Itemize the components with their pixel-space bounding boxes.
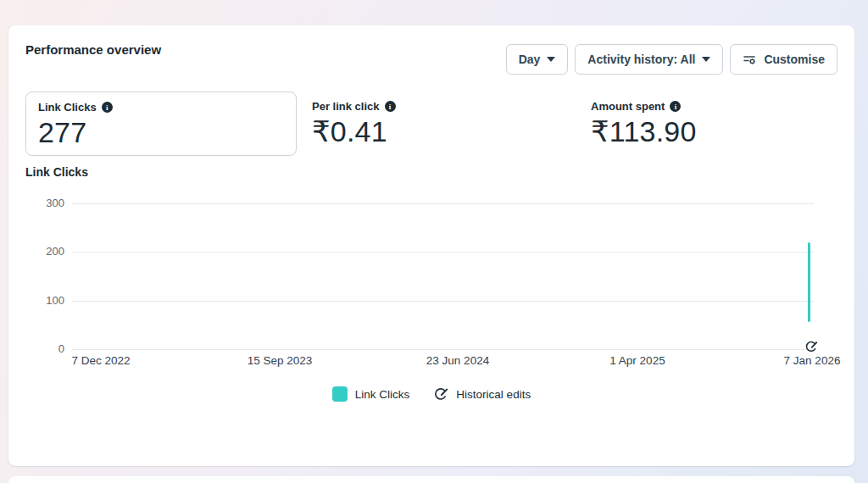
legend-label: Link Clicks: [355, 388, 410, 401]
gridline-0: [72, 349, 814, 350]
info-icon[interactable]: i: [102, 102, 113, 113]
legend-label: Historical edits: [456, 388, 531, 401]
metric-value: 277: [38, 118, 284, 147]
metric-value: ₹113.90: [591, 117, 697, 146]
link-clicks-swatch-icon: [332, 386, 348, 402]
customise-settings-icon: [743, 53, 757, 67]
x-axis-tick: 1 Apr 2025: [609, 354, 665, 367]
info-icon[interactable]: i: [385, 101, 396, 112]
metric-label-text: Link Clicks: [38, 101, 97, 114]
historical-edits-icon: [433, 386, 448, 402]
toolbar: Day Activity history: All Customise: [506, 44, 837, 75]
activity-history-dropdown-button[interactable]: Activity history: All: [575, 44, 723, 75]
x-axis-tick: 15 Sep 2023: [248, 354, 313, 367]
chart-title: Link Clicks: [25, 165, 88, 179]
metric-label: Link Clicks i: [38, 101, 284, 114]
day-dropdown-button[interactable]: Day: [506, 44, 569, 75]
chart-legend: Link Clicks Historical edits: [8, 386, 854, 402]
metric-label-text: Amount spent: [591, 100, 665, 113]
y-axis-tick: 200: [20, 245, 64, 258]
metric-label-text: Per link click: [312, 100, 380, 113]
metric-label: Per link click i: [312, 100, 396, 113]
metric-card-per-link-click[interactable]: Per link click i ₹0.41: [312, 100, 396, 146]
page-title: Performance overview: [25, 42, 161, 57]
gridline-300: [72, 203, 814, 204]
metric-value: ₹0.41: [312, 117, 396, 146]
y-axis-tick: 300: [20, 197, 64, 209]
chevron-down-icon: [702, 57, 710, 62]
y-axis-tick: 100: [20, 294, 64, 307]
metric-card-link-clicks[interactable]: Link Clicks i 277: [25, 92, 297, 156]
x-axis-tick: 23 Jun 2024: [426, 354, 489, 367]
y-axis-tick: 0: [20, 342, 64, 355]
metric-label: Amount spent i: [591, 100, 697, 113]
historical-edit-marker-icon[interactable]: [804, 340, 818, 353]
customise-button[interactable]: Customise: [730, 44, 837, 75]
x-axis-tick: 7 Jan 2026: [784, 354, 841, 367]
chevron-down-icon: [547, 57, 555, 62]
legend-item-historical-edits: Historical edits: [433, 386, 531, 402]
x-axis-tick: 7 Dec 2022: [71, 354, 130, 367]
metric-card-amount-spent[interactable]: Amount spent i ₹113.90: [591, 100, 697, 146]
page: { "header": { "title": "Performance over…: [0, 0, 868, 483]
performance-overview-panel: Performance overview Day Activity histor…: [8, 25, 854, 466]
gridline-200: [72, 252, 814, 253]
gridline-100: [72, 301, 814, 302]
activity-history-label: Activity history: All: [587, 53, 695, 66]
next-panel-peek: [8, 476, 854, 483]
chart-spike: [808, 242, 810, 323]
day-dropdown-label: Day: [519, 53, 541, 66]
legend-item-link-clicks: Link Clicks: [332, 386, 410, 402]
customise-label: Customise: [764, 53, 825, 66]
info-icon[interactable]: i: [670, 101, 681, 112]
